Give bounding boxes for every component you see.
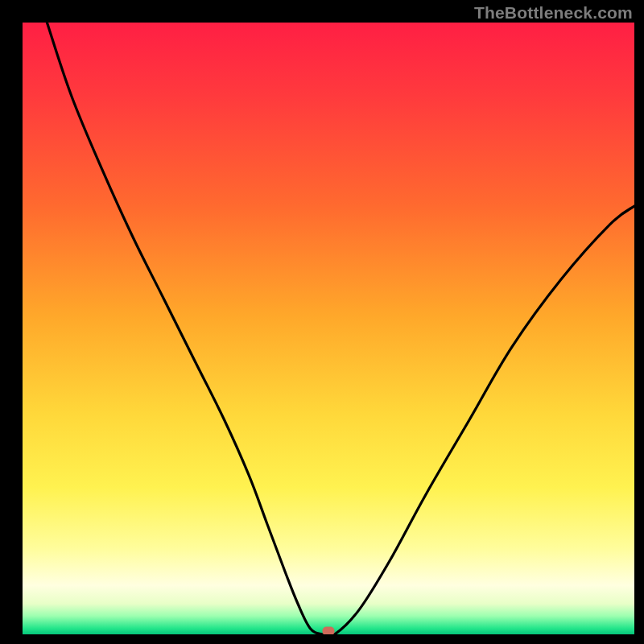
curve-path (47, 23, 634, 634)
plot-area (23, 23, 634, 634)
watermark-text: TheBottleneck.com (474, 3, 633, 23)
bottleneck-curve (23, 23, 634, 634)
chart-frame: TheBottleneck.com (0, 0, 644, 644)
optimal-point-marker (323, 627, 335, 634)
